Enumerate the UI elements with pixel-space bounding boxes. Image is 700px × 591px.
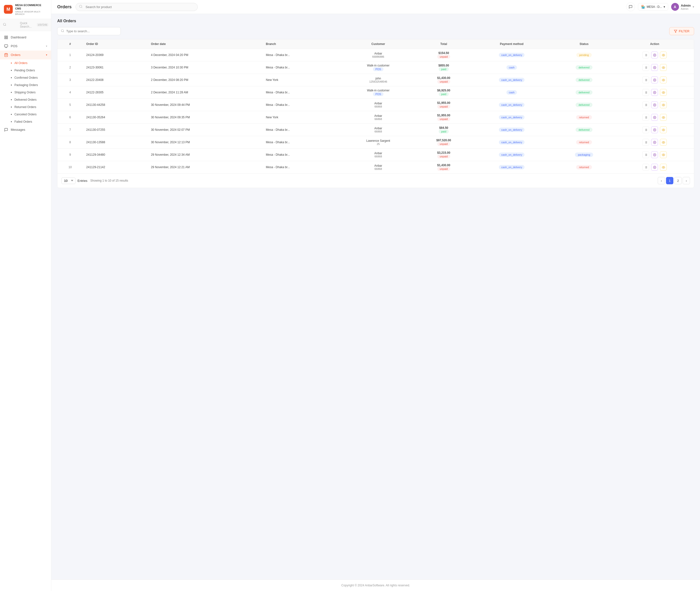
sidebar-item-returned-orders[interactable]: Returned Orders xyxy=(0,104,51,111)
cell-branch: Mesa - Dhaka br... xyxy=(262,61,340,74)
list-action-button[interactable] xyxy=(642,64,649,71)
sidebar-item-pos[interactable]: POS ▾ xyxy=(0,42,51,51)
col-order-id: Order ID xyxy=(83,39,148,49)
col-branch: Branch xyxy=(262,39,340,49)
sidebar-item-messages[interactable]: Messages xyxy=(0,125,51,134)
svg-point-57 xyxy=(663,117,664,118)
pos-badge: POS xyxy=(373,92,383,96)
view-action-button[interactable] xyxy=(660,102,667,108)
entries-per-page[interactable]: 10 25 50 100 xyxy=(61,178,75,184)
settings-action-button[interactable] xyxy=(651,114,658,121)
message-button[interactable] xyxy=(626,2,635,11)
view-action-button[interactable] xyxy=(660,139,667,146)
action-icons xyxy=(619,102,691,108)
user-info[interactable]: A Admin Admin ▾ xyxy=(671,3,694,11)
settings-action-button[interactable] xyxy=(651,89,658,96)
settings-action-button[interactable] xyxy=(651,126,658,133)
sidebar-item-pending-orders[interactable]: Pending Orders xyxy=(0,67,51,74)
payment-status-badge: unpaid xyxy=(437,55,450,59)
list-action-button[interactable] xyxy=(642,52,649,58)
settings-action-button[interactable] xyxy=(651,52,658,58)
filter-button[interactable]: FILTER xyxy=(669,27,694,35)
messages-icon xyxy=(4,128,8,132)
search-input[interactable] xyxy=(75,3,198,11)
view-action-button[interactable] xyxy=(660,114,667,121)
settings-action-button[interactable] xyxy=(651,76,658,83)
page-2-button[interactable]: 2 xyxy=(674,177,682,184)
prev-page-button[interactable]: ‹ xyxy=(658,177,665,184)
svg-rect-5 xyxy=(4,45,8,47)
list-action-button[interactable] xyxy=(642,76,649,83)
sidebar-item-shipping-orders[interactable]: Shipping Orders xyxy=(0,89,51,96)
sidebar-item-all-orders[interactable]: All Orders xyxy=(0,59,51,67)
next-page-button[interactable]: › xyxy=(683,177,690,184)
cell-payment-method: cash xyxy=(471,86,553,99)
page-footer: Copyright © 2024 AnbarSoftware. All righ… xyxy=(51,580,700,591)
payment-status-badge: unpaid xyxy=(437,80,450,83)
payment-status-badge: unpaid xyxy=(437,105,450,109)
list-action-button[interactable] xyxy=(642,114,649,121)
settings-action-button[interactable] xyxy=(651,164,658,171)
view-action-button[interactable] xyxy=(660,52,667,58)
settings-action-button[interactable] xyxy=(651,64,658,71)
cell-total: $1,955.00 unpaid xyxy=(417,111,471,124)
svg-point-16 xyxy=(654,55,655,55)
sidebar-item-canceled-orders[interactable]: Canceled Orders xyxy=(0,111,51,118)
table-row: 4 24122-28305 2 December, 2024 11:28 AM … xyxy=(57,86,694,99)
filter-button-label: FILTER xyxy=(679,29,690,33)
sidebar-item-orders[interactable]: Orders ▾ xyxy=(0,51,51,59)
list-action-button[interactable] xyxy=(642,151,649,158)
search-shortcut: ctrl+k xyxy=(37,23,48,26)
cell-branch: Mesa - Dhaka br... xyxy=(262,161,340,174)
cell-branch: Mesa - Dhaka br... xyxy=(262,99,340,111)
list-action-button[interactable] xyxy=(642,164,649,171)
sidebar-item-packaging-orders[interactable]: Packaging Orders xyxy=(0,81,51,89)
view-action-button[interactable] xyxy=(660,151,667,158)
cell-status: returned xyxy=(553,161,615,174)
cell-action xyxy=(616,161,694,174)
type-search-input[interactable] xyxy=(66,29,117,33)
view-action-button[interactable] xyxy=(660,76,667,83)
cell-payment-method: cash_on_delivery xyxy=(471,74,553,86)
view-action-button[interactable] xyxy=(660,164,667,171)
branch-chevron-icon: ▾ xyxy=(663,5,665,9)
list-action-button[interactable] xyxy=(642,126,649,133)
customer-id: 66868 xyxy=(343,118,413,121)
customer-id: 66868 xyxy=(343,130,413,133)
page-1-button[interactable]: 1 xyxy=(666,177,673,184)
cell-payment-method: cash_on_delivery xyxy=(471,111,553,124)
sidebar-item-delivered-orders[interactable]: Delivered Orders xyxy=(0,96,51,104)
svg-point-25 xyxy=(663,67,664,68)
settings-action-button[interactable] xyxy=(651,139,658,146)
customer-name: Anbar xyxy=(343,102,413,105)
cell-order-id: 241129-34480 xyxy=(83,149,148,161)
quick-search[interactable]: Quick Search... ctrl+k xyxy=(0,19,51,31)
list-action-button[interactable] xyxy=(642,89,649,96)
col-order-date: Order date xyxy=(147,39,262,49)
cell-status: packaging xyxy=(553,149,615,161)
branch-icon: 🏪 xyxy=(641,5,645,9)
table-row: 7 241130-07255 30 November, 2024 02:07 P… xyxy=(57,124,694,136)
svg-point-72 xyxy=(654,142,655,142)
cell-status: delivered xyxy=(553,124,615,136)
settings-action-button[interactable] xyxy=(651,151,658,158)
sidebar-item-failed-orders[interactable]: Failed Orders xyxy=(0,118,51,125)
orders-table: # Order ID Order date Branch Customer To… xyxy=(57,39,694,173)
view-action-button[interactable] xyxy=(660,89,667,96)
cell-action xyxy=(616,61,694,74)
branch-selector[interactable]: 🏪 MESA - D... ▾ xyxy=(638,3,668,10)
list-action-button[interactable] xyxy=(642,139,649,146)
view-action-button[interactable] xyxy=(660,64,667,71)
list-action-button[interactable] xyxy=(642,102,649,108)
sidebar-item-confirmed-orders[interactable]: Confirmed Orders xyxy=(0,74,51,81)
action-icons xyxy=(619,76,691,83)
table-row: 6 241130-35264 30 November, 2024 09:35 P… xyxy=(57,111,694,124)
view-action-button[interactable] xyxy=(660,126,667,133)
col-customer: Customer xyxy=(340,39,417,49)
search-bar xyxy=(75,3,198,11)
content-area: All Orders FILTER xyxy=(51,14,700,580)
settings-action-button[interactable] xyxy=(651,102,658,108)
cell-status: delivered xyxy=(553,86,615,99)
svg-point-49 xyxy=(663,105,664,105)
sidebar-item-dashboard[interactable]: Dashboard xyxy=(0,33,51,42)
